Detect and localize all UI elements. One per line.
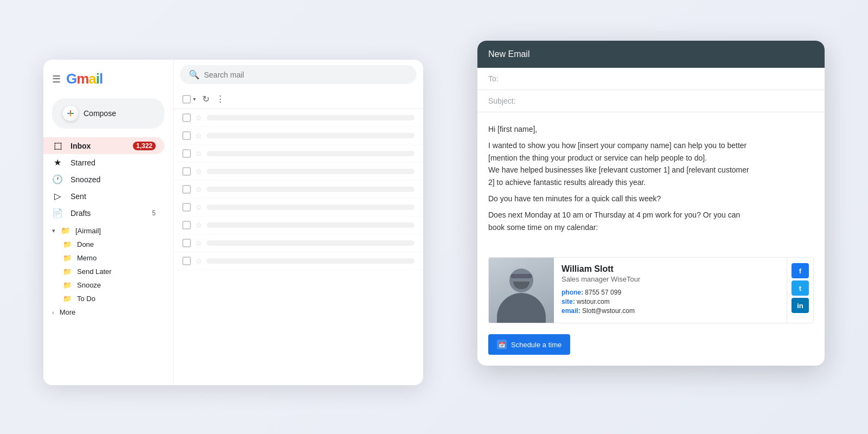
mail-row[interactable]: ☆ <box>174 199 423 216</box>
folder-todo-label: To Do <box>77 295 95 303</box>
row-checkbox[interactable] <box>182 239 191 247</box>
sig-phone: phone: 8755 57 099 <box>561 289 779 296</box>
mail-list: 🔍 ▾ ↻ ⋮ ☆ ☆ <box>174 60 423 385</box>
drafts-icon: 📄 <box>52 208 63 218</box>
mail-row[interactable]: ☆ <box>174 234 423 252</box>
sidebar: ☰ Gmail Compose ⬚ Inbox 1,322 ★ Sta <box>43 60 174 385</box>
star-icon[interactable]: ☆ <box>195 239 202 247</box>
folder-send-later[interactable]: 📁 Send Later <box>43 265 173 278</box>
sidebar-item-inbox[interactable]: ⬚ Inbox 1,322 <box>43 137 164 154</box>
star-icon[interactable]: ☆ <box>195 185 202 194</box>
folder-memo-icon: 📁 <box>63 254 72 262</box>
refresh-icon[interactable]: ↻ <box>202 94 209 104</box>
folder-section: ▾ 📁 [Airmail] 📁 Done 📁 Memo 📁 Send Later… <box>43 224 173 305</box>
sidebar-item-drafts[interactable]: 📄 Drafts 5 <box>43 205 164 221</box>
star-icon[interactable]: ☆ <box>195 131 202 140</box>
star-icon[interactable]: ☆ <box>195 149 202 158</box>
select-all-wrapper[interactable]: ▾ <box>182 95 196 104</box>
row-checkbox[interactable] <box>182 113 191 122</box>
row-checkbox[interactable] <box>182 149 191 158</box>
hamburger-icon[interactable]: ☰ <box>52 73 61 85</box>
star-icon[interactable]: ☆ <box>195 167 202 176</box>
more-label: More <box>60 308 76 316</box>
search-bar[interactable]: 🔍 <box>180 65 417 84</box>
folder-memo[interactable]: 📁 Memo <box>43 251 173 265</box>
schedule-button[interactable]: 📅 Schedule a time <box>488 334 570 355</box>
schedule-label: Schedule a time <box>511 341 561 349</box>
subject-label: Subject: <box>488 97 516 105</box>
body-line2: I wanted to show you how [insert your co… <box>488 139 814 188</box>
folder-done[interactable]: 📁 Done <box>43 238 173 251</box>
compose-button[interactable]: Compose <box>52 98 164 129</box>
sig-email: email: Slott@wstour.com <box>561 307 779 315</box>
mail-preview-bar <box>207 151 414 156</box>
sidebar-item-sent[interactable]: ▷ Sent <box>43 188 164 205</box>
drafts-label: Drafts <box>71 209 91 218</box>
email-compose-panel: New Email To: Subject: Hi [first name], … <box>477 41 825 366</box>
sidebar-item-starred[interactable]: ★ Starred <box>43 154 164 171</box>
facebook-icon: f <box>799 267 801 275</box>
more-options-icon[interactable]: ⋮ <box>216 94 225 104</box>
inbox-label: Inbox <box>71 142 91 150</box>
mail-preview-bar <box>207 258 414 264</box>
folder-snooze[interactable]: 📁 Snooze <box>43 278 173 292</box>
compose-plus-icon <box>63 106 78 121</box>
search-icon: 🔍 <box>189 69 200 80</box>
row-checkbox[interactable] <box>182 131 191 140</box>
row-checkbox[interactable] <box>182 167 191 176</box>
email-label: email: <box>561 307 580 315</box>
folder-airmail[interactable]: ▾ 📁 [Airmail] <box>43 224 173 238</box>
more-item[interactable]: ‹ More <box>43 305 173 319</box>
mail-row[interactable]: ☆ <box>174 145 423 163</box>
row-checkbox[interactable] <box>182 221 191 229</box>
twitter-button[interactable]: t <box>792 280 809 296</box>
sidebar-item-snoozed[interactable]: 🕐 Snoozed <box>43 171 164 188</box>
mail-preview-bar <box>207 222 414 228</box>
twitter-icon: t <box>799 284 801 292</box>
folder-airmail-label: [Airmail] <box>75 227 101 235</box>
search-input[interactable] <box>204 71 408 79</box>
mail-preview-bar <box>207 169 414 174</box>
inbox-badge: 1,322 <box>133 142 156 150</box>
folder-todo-icon: 📁 <box>63 295 72 303</box>
folder-collapse-icon: ▾ <box>52 227 55 234</box>
dropdown-arrow[interactable]: ▾ <box>193 96 196 102</box>
list-toolbar: ▾ ↻ ⋮ <box>174 90 423 109</box>
star-icon[interactable]: ☆ <box>195 113 202 122</box>
email-subject-field[interactable]: Subject: <box>477 90 825 112</box>
folder-icon: 📁 <box>61 226 70 235</box>
mail-row[interactable]: ☆ <box>174 109 423 127</box>
sig-site: site: wstour.com <box>561 298 779 305</box>
email-to-field[interactable]: To: <box>477 68 825 90</box>
star-icon[interactable]: ☆ <box>195 203 202 212</box>
search-area: 🔍 <box>174 60 423 90</box>
linkedin-button[interactable]: in <box>792 298 809 313</box>
folder-todo[interactable]: 📁 To Do <box>43 292 173 305</box>
star-icon[interactable]: ☆ <box>195 257 202 265</box>
mail-preview-bar <box>207 115 414 120</box>
star-icon[interactable]: ☆ <box>195 221 202 229</box>
mail-rows: ☆ ☆ ☆ ☆ ☆ <box>174 109 423 270</box>
starred-label: Starred <box>71 158 95 167</box>
sig-info: William Slott Sales manager WiseTour pho… <box>554 258 787 323</box>
mail-row[interactable]: ☆ <box>174 252 423 270</box>
row-checkbox[interactable] <box>182 203 191 212</box>
sig-title: Sales manager WiseTour <box>561 275 779 283</box>
folder-snooze-icon: 📁 <box>63 281 72 289</box>
row-checkbox[interactable] <box>182 185 191 194</box>
body-greeting: Hi [first name], <box>488 123 814 135</box>
mail-preview-bar <box>207 133 414 138</box>
facebook-button[interactable]: f <box>792 263 809 278</box>
mail-row[interactable]: ☆ <box>174 163 423 181</box>
inbox-icon: ⬚ <box>52 141 63 151</box>
row-checkbox[interactable] <box>182 257 191 265</box>
snoozed-label: Snoozed <box>71 175 100 184</box>
compose-label: Compose <box>84 109 116 118</box>
sidebar-header: ☰ Gmail <box>43 71 173 98</box>
more-chevron-icon: ‹ <box>52 309 54 316</box>
gmail-panel: ☰ Gmail Compose ⬚ Inbox 1,322 ★ Sta <box>43 60 423 385</box>
mail-row[interactable]: ☆ <box>174 216 423 234</box>
select-all-checkbox[interactable] <box>182 95 191 104</box>
mail-row[interactable]: ☆ <box>174 181 423 199</box>
mail-row[interactable]: ☆ <box>174 127 423 145</box>
